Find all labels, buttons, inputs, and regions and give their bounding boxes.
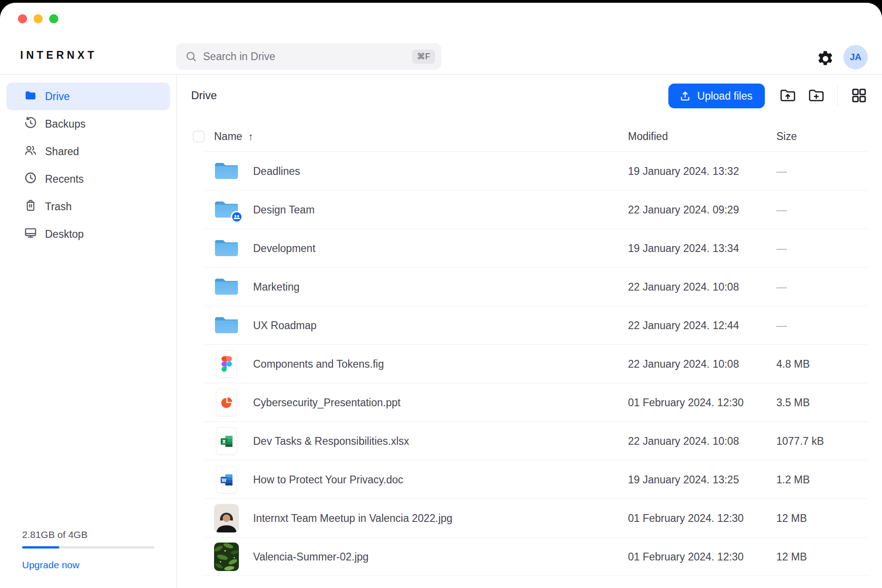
folder-icon	[214, 315, 239, 336]
file-size: —	[776, 204, 787, 216]
file-size: —	[776, 242, 787, 255]
sidebar-item-trash[interactable]: Trash	[6, 193, 170, 220]
file-name[interactable]: Development	[253, 242, 316, 255]
shared-folder-icon	[214, 200, 239, 220]
screen-background: INTERNXT ⌘F JA Drive Backups Shared Rece…	[0, 0, 882, 588]
users-icon	[24, 144, 37, 157]
grid-view-icon	[850, 87, 868, 104]
window-controls	[18, 14, 58, 23]
storage-panel: 2.81GB of 4GB Upgrade now	[22, 529, 154, 571]
word-file-icon: W	[216, 466, 237, 493]
search-icon	[185, 50, 198, 63]
storage-progress-fill	[22, 546, 59, 549]
file-name[interactable]: Internxt Team Meetup in Valencia 2022.jp…	[253, 512, 452, 525]
file-row[interactable]: Valencia-Summer-02.jpg 01 February 2024.…	[177, 538, 882, 576]
file-row[interactable]: W How to Protect Your Privacy.doc 19 Jan…	[177, 460, 882, 499]
upload-icon	[679, 90, 691, 102]
file-modified-date: 19 January 2024. 13:25	[628, 474, 739, 486]
file-row[interactable]: UX Roadmap 22 January 2024. 12:44 —	[177, 306, 882, 345]
file-row[interactable]: Marketing 22 January 2024. 10:08 —	[177, 268, 882, 306]
avatar[interactable]: JA	[843, 45, 868, 69]
desktop-icon	[24, 226, 37, 240]
file-size: 12 MB	[776, 512, 807, 525]
table-header: Name ↑ Modified Size	[177, 121, 882, 152]
file-name[interactable]: Design Team	[253, 204, 315, 216]
column-header-modified[interactable]: Modified	[628, 130, 668, 143]
file-name[interactable]: Dev Tasks & Responsibilities.xlsx	[253, 435, 409, 448]
history-icon	[24, 116, 37, 129]
clock-icon	[24, 171, 37, 185]
sidebar-item-label: Drive	[45, 90, 70, 103]
file-list: Deadlines 19 January 2024. 13:32 — Desig…	[177, 152, 882, 588]
file-modified-date: 01 February 2024. 12:30	[628, 551, 744, 563]
column-header-name[interactable]: Name ↑	[214, 130, 253, 143]
file-modified-date: 19 January 2024. 13:34	[628, 242, 739, 255]
upload-folder-button[interactable]	[779, 87, 797, 105]
file-modified-date: 22 January 2024. 12:44	[628, 319, 739, 332]
select-all-checkbox[interactable]	[193, 131, 204, 142]
internxt-logo: INTERNXT	[20, 49, 97, 62]
new-folder-button[interactable]	[807, 87, 825, 105]
sidebar-item-recents[interactable]: Recents	[6, 165, 170, 193]
file-size: —	[776, 281, 787, 293]
upgrade-now-link[interactable]: Upgrade now	[22, 560, 154, 571]
file-name[interactable]: Components and Tokens.fig	[253, 358, 384, 370]
top-bar: INTERNXT ⌘F JA	[0, 3, 882, 75]
sidebar-item-desktop[interactable]: Desktop	[6, 220, 170, 248]
file-name[interactable]: How to Protect Your Privacy.doc	[253, 474, 403, 486]
search-bar[interactable]: ⌘F	[176, 43, 441, 70]
file-name[interactable]: UX Roadmap	[253, 319, 317, 332]
folder-icon	[214, 161, 239, 181]
figma-file-icon	[216, 350, 237, 378]
storage-progress-bar	[22, 546, 154, 549]
storage-usage-text: 2.81GB of 4GB	[22, 529, 154, 540]
file-modified-date: 01 February 2024. 12:30	[628, 512, 744, 525]
close-button[interactable]	[18, 14, 27, 23]
file-modified-date: 22 January 2024. 10:08	[628, 358, 739, 370]
sidebar-item-label: Shared	[45, 146, 79, 158]
folder-icon	[214, 238, 239, 258]
sort-ascending-icon: ↑	[248, 131, 253, 143]
toolbar: Upload files	[668, 84, 868, 108]
search-input[interactable]	[203, 50, 412, 63]
file-row[interactable]: Design Team 22 January 2024. 09:29 —	[177, 190, 882, 229]
file-row[interactable]: X Dev Tasks & Responsibilities.xlsx 22 J…	[177, 422, 882, 460]
file-modified-date: 19 January 2024. 13:32	[628, 165, 739, 178]
file-modified-date: 22 January 2024. 09:29	[628, 204, 739, 216]
file-row[interactable]: Deadlines 19 January 2024. 13:32 —	[177, 152, 882, 190]
photo-thumbnail	[214, 543, 239, 571]
sidebar-item-backups[interactable]: Backups	[6, 110, 170, 138]
file-name[interactable]: Valencia-Summer-02.jpg	[253, 551, 368, 563]
upload-files-button[interactable]: Upload files	[668, 84, 765, 108]
file-row[interactable]: Internxt Team Meetup in Valencia 2022.jp…	[177, 499, 882, 538]
file-name[interactable]: Deadlines	[253, 165, 300, 178]
gear-icon	[816, 50, 835, 68]
file-size: 3.5 MB	[776, 397, 810, 409]
file-modified-date: 01 February 2024. 12:30	[628, 397, 744, 409]
sidebar-item-drive[interactable]: Drive	[6, 83, 170, 110]
settings-button[interactable]	[815, 49, 836, 70]
minimize-button[interactable]	[34, 14, 43, 23]
excel-file-icon: X	[216, 427, 237, 455]
file-row[interactable]: Development 19 January 2024. 13:34 —	[177, 229, 882, 268]
file-row[interactable]: Cybersecurity_Presentation.ppt 01 Februa…	[177, 383, 882, 422]
search-shortcut-badge: ⌘F	[412, 50, 435, 64]
file-size: 12 MB	[776, 551, 807, 563]
column-header-size[interactable]: Size	[776, 130, 797, 143]
file-name[interactable]: Cybersecurity_Presentation.ppt	[253, 397, 401, 409]
sidebar-item-label: Trash	[45, 201, 72, 213]
file-modified-date: 22 January 2024. 10:08	[628, 435, 739, 448]
file-size: 1077.7 kB	[776, 435, 824, 448]
sidebar-item-label: Backups	[45, 118, 85, 130]
folder-icon	[214, 277, 239, 297]
file-size: —	[776, 319, 787, 332]
page-title: Drive	[191, 89, 217, 102]
folder-plus-icon	[808, 87, 825, 104]
folder-icon	[214, 277, 239, 297]
file-row[interactable]: Components and Tokens.fig 22 January 202…	[177, 345, 882, 383]
file-name[interactable]: Marketing	[253, 281, 300, 293]
shared-badge-icon	[231, 211, 243, 223]
grid-view-button[interactable]	[850, 87, 868, 105]
maximize-button[interactable]	[49, 14, 58, 23]
sidebar-item-shared[interactable]: Shared	[6, 138, 170, 165]
